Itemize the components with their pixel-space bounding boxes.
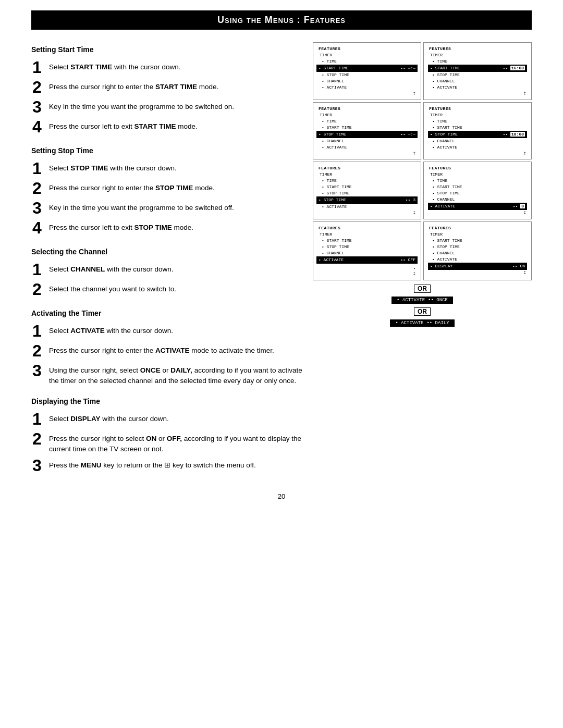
screen-line: FEATURES bbox=[428, 225, 527, 231]
screen-line: FEATURES bbox=[428, 106, 527, 112]
or-row-1: OR bbox=[313, 282, 532, 295]
channel-steps: 1 Select CHANNEL with the cursor down. 2… bbox=[31, 261, 302, 301]
step-text: Key in the time you want the programme t… bbox=[49, 200, 302, 213]
screen-line: • TIME bbox=[428, 118, 527, 125]
instructions-column: Setting Start Time 1 Select START TIME w… bbox=[31, 42, 302, 477]
screen-line-highlighted: • START TIME•• 16:00 bbox=[428, 65, 527, 72]
screen-line: FEATURES bbox=[317, 225, 417, 231]
screen-line: FEATURES bbox=[428, 165, 527, 171]
section-heading-start-time: Setting Start Time bbox=[31, 45, 302, 54]
screen-display-on: FEATURES TIMER • START TIME • STOP TIME … bbox=[423, 221, 532, 280]
screen-line: TIMER bbox=[428, 231, 527, 238]
screen-line: • ACTIVATE bbox=[317, 84, 417, 91]
screen-line: • TIME bbox=[428, 178, 527, 184]
step-text: Select START TIME with the cursor down. bbox=[49, 59, 302, 72]
screen-line: FEATURES bbox=[428, 46, 527, 52]
screen-line: • START TIME bbox=[317, 184, 417, 190]
step-text: Press the MENU key to return or the ⊞ ke… bbox=[49, 457, 302, 471]
screen-line: • STOP TIME bbox=[317, 244, 417, 250]
activate-daily-line: • ACTIVATE •• DAILY bbox=[390, 319, 454, 327]
step-number: 2 bbox=[31, 79, 43, 95]
step-row: 1 Select START TIME with the cursor down… bbox=[31, 59, 302, 76]
screen-line: • ACTIVATE bbox=[428, 144, 527, 151]
step-text: Select STOP TIME with the cursor down. bbox=[49, 160, 302, 174]
display-steps: 1 Select DISPLAY with the cursor down. 2… bbox=[31, 411, 302, 477]
activate-once-value: •• ONCE bbox=[428, 298, 448, 303]
step-number: 1 bbox=[31, 323, 43, 339]
step-number: 4 bbox=[31, 219, 43, 236]
section-heading-activate: Activating the Timer bbox=[31, 309, 302, 317]
screen-line-highlighted: • STOP TIME•• —:— bbox=[316, 131, 418, 138]
screen-line: • ACTIVATE bbox=[428, 256, 527, 263]
screen-line: TIMER bbox=[317, 112, 417, 118]
screen-line: • STOP TIME bbox=[428, 72, 527, 78]
screen-line-highlighted: • STOP TIME•• 3 bbox=[316, 196, 418, 204]
step-number: 1 bbox=[31, 59, 43, 76]
screen-line: • CHANNEL bbox=[317, 78, 417, 84]
page-number: 20 bbox=[31, 492, 532, 500]
screen-activate-off: FEATURES TIMER • START TIME • STOP TIME … bbox=[313, 221, 421, 280]
screen-line: • CHANNEL bbox=[428, 138, 527, 144]
step-number: 3 bbox=[31, 457, 43, 474]
activate-once-line: • ACTIVATE •• ONCE bbox=[391, 297, 453, 304]
screen-line: • STOP TIME bbox=[428, 244, 527, 250]
activate-daily-value: •• DAILY bbox=[426, 320, 449, 326]
page-title-bar: Using the Menus : Features bbox=[31, 10, 532, 30]
step-row: 3 Using the cursor right, select ONCE or… bbox=[31, 362, 302, 386]
step-text: Press the cursor right to select ON or O… bbox=[49, 430, 302, 454]
screen-line: FEATURES bbox=[317, 165, 417, 171]
section-heading-channel: Selecting the Channel bbox=[31, 248, 302, 256]
screens-column: FEATURES TIMER • TIME • START TIME•• —:—… bbox=[313, 42, 532, 477]
step-row: 2 Press the cursor right to enter the ST… bbox=[31, 180, 302, 196]
screen-line: • START TIME bbox=[428, 184, 527, 190]
screen-row-stop-time: FEATURES TIMER • TIME • START TIME • STO… bbox=[313, 102, 532, 160]
activate-once-label: • ACTIVATE bbox=[397, 298, 425, 303]
or-badge-1: OR bbox=[414, 285, 431, 293]
screen-line: • ACTIVATE bbox=[317, 204, 417, 210]
activate-steps: 1 Select ACTIVATE with the cursor down. … bbox=[31, 323, 302, 389]
screen-line: TIMER bbox=[317, 52, 417, 58]
screen-line: • ACTIVATE bbox=[428, 84, 527, 91]
screen-line: • TIME bbox=[317, 118, 417, 125]
step-number: 3 bbox=[31, 200, 43, 216]
screen-channel-3: FEATURES TIMER • TIME • START TIME • STO… bbox=[313, 162, 421, 219]
step-row: 4 Press the cursor left to exit STOP TIM… bbox=[31, 219, 302, 236]
screen-line: • START TIME bbox=[428, 238, 527, 244]
step-text: Press the cursor right to enter the STOP… bbox=[49, 180, 302, 193]
screen-line: • START TIME bbox=[428, 125, 527, 131]
screen-line: • START TIME bbox=[317, 125, 417, 131]
step-text: Press the cursor left to exit START TIME… bbox=[49, 118, 302, 132]
step-text: Press the cursor right to enter the STAR… bbox=[49, 79, 302, 92]
step-number: 2 bbox=[31, 281, 43, 298]
screen-line: TIMER bbox=[317, 231, 417, 238]
activate-daily-bar: • ACTIVATE •• DAILY bbox=[313, 319, 532, 327]
screen-line-highlighted: • START TIME•• —:— bbox=[316, 65, 418, 72]
or-badge-2: OR bbox=[414, 307, 431, 316]
step-row: 1 Select CHANNEL with the cursor down. bbox=[31, 261, 302, 278]
step-text: Key in the time you want the programme t… bbox=[49, 98, 302, 112]
screen-line-highlighted: • ACTIVATE•• 8 bbox=[428, 203, 527, 210]
screen-line: TIMER bbox=[428, 171, 527, 178]
screen-row-channel: FEATURES TIMER • TIME • START TIME • STO… bbox=[313, 162, 532, 219]
step-number: 4 bbox=[31, 118, 43, 135]
screen-line-highlighted: • ACTIVATE•• OFF bbox=[316, 256, 418, 264]
screen-row-activate: FEATURES TIMER • START TIME • STOP TIME … bbox=[313, 221, 532, 280]
step-number: 2 bbox=[31, 430, 43, 447]
screen-stop-time-filled: FEATURES TIMER • TIME • START TIME • STO… bbox=[423, 102, 532, 160]
screen-line: • TIME bbox=[317, 178, 417, 184]
screen-line: • TIME bbox=[428, 58, 527, 65]
step-text: Select ACTIVATE with the cursor down. bbox=[49, 323, 302, 336]
step-number: 1 bbox=[31, 160, 43, 177]
screen-line: FEATURES bbox=[317, 106, 417, 112]
screen-line: • START TIME bbox=[317, 238, 417, 244]
screen-channel-8: FEATURES TIMER • TIME • START TIME • STO… bbox=[423, 162, 532, 219]
screen-line: • CHANNEL bbox=[428, 78, 527, 84]
step-number: 3 bbox=[31, 362, 43, 379]
step-row: 3 Press the MENU key to return or the ⊞ … bbox=[31, 457, 302, 474]
step-row: 2 Press the cursor right to enter the AC… bbox=[31, 342, 302, 359]
step-row: 2 Select the channel you want to switch … bbox=[31, 281, 302, 298]
step-row: 3 Key in the time you want the programme… bbox=[31, 98, 302, 115]
activate-daily-label: • ACTIVATE bbox=[395, 320, 423, 326]
screen-line: TIMER bbox=[428, 52, 527, 58]
page-title: Using the Menus : Features bbox=[217, 15, 346, 25]
